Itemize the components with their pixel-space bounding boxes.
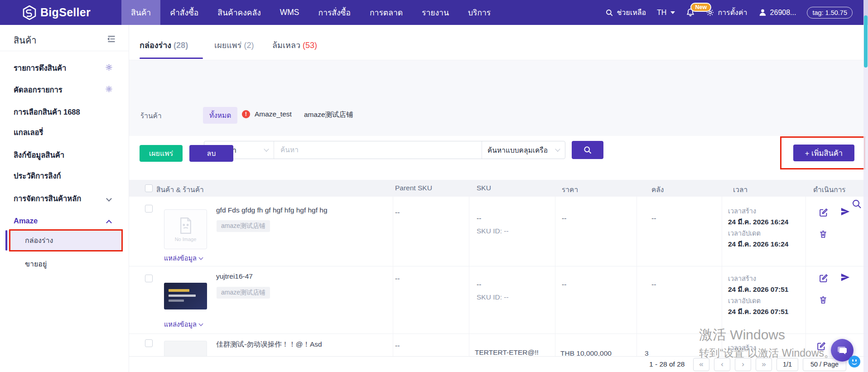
sidebar-item-amaze[interactable]: Amaze [0, 210, 129, 232]
help-label: ช่วยเหลือ [617, 7, 646, 18]
sidebar-item-label: การเลือกสินค้า 1688 [14, 108, 80, 116]
row-checkbox[interactable] [145, 205, 153, 213]
nav-item-marketing[interactable]: การตลาด [360, 0, 412, 25]
edit-icon[interactable] [819, 273, 829, 283]
sidebar-item-label: ประวัติการลิงก์ [14, 172, 61, 180]
sidebar-item-link-history[interactable]: ประวัติการลิงก์ [0, 165, 129, 187]
thumbnail-decoration [169, 300, 184, 302]
pagination-range: 1 - 28 of 28 [649, 360, 685, 368]
nav-item-products[interactable]: สินค้า [121, 0, 160, 25]
bigseller-logo-icon [23, 5, 36, 20]
row-checkbox[interactable] [145, 339, 153, 347]
sidebar-item-1688-selection[interactable]: การเลือกสินค้า 1688 [0, 101, 129, 123]
product-title[interactable]: yujtrei16-47 [216, 272, 253, 280]
nav-item-services[interactable]: บริการ [458, 0, 500, 25]
prev-page-button[interactable]: ‹ [714, 358, 730, 371]
sidebar: สินค้า รายการดึงสินค้า คัดลอกรายการ การเ… [0, 25, 129, 372]
tab-count: (53) [303, 41, 317, 50]
row-checkbox[interactable] [145, 275, 153, 282]
parent-sku-value: -- [395, 342, 400, 350]
sidebar-item-label: คัดลอกรายการ [14, 86, 63, 94]
sidebar-item-copy-list[interactable]: คัดลอกรายการ [0, 79, 129, 101]
page: BigSeller สินค้า คำสั่งซื้อ สินค้าคงคลัง… [0, 0, 868, 372]
col-stock: คลัง [651, 184, 664, 195]
collapse-sidebar-icon[interactable] [107, 35, 116, 43]
send-icon[interactable] [840, 272, 850, 282]
search-button[interactable] [572, 141, 603, 159]
updated-label: เวลาอัปเดต [728, 295, 761, 306]
store-tag: amaze测试店铺 [217, 220, 270, 232]
nav-item-purchase[interactable]: การสั่งซื้อ [309, 0, 360, 25]
chevron-up-icon [106, 220, 112, 226]
brand-logo[interactable]: BigSeller [23, 0, 91, 25]
gear-icon[interactable] [105, 85, 113, 93]
sidebar-subitem-live[interactable]: ขายอยู่ [25, 254, 47, 274]
col-action: ดำเนินการ [813, 184, 846, 195]
search-mode-select[interactable]: ค้นหาแบบคลุมเครือ [482, 141, 565, 159]
stock-value: -- [651, 214, 656, 222]
settings-button[interactable]: การตั้งค่า [706, 7, 747, 18]
feedback-smiley-button[interactable] [849, 356, 860, 367]
tab-published[interactable]: เผยแพร่ (2) [214, 39, 254, 52]
col-price: ราคา [562, 184, 578, 195]
nav-item-orders[interactable]: คำสั่งซื้อ [160, 0, 208, 25]
chevron-down-icon [264, 146, 269, 151]
sidebar-item-label: แกลเลอรี่ [14, 128, 43, 136]
language-selector[interactable]: TH [657, 9, 675, 17]
last-page-button[interactable]: » [756, 358, 772, 371]
price-value: -- [562, 280, 566, 289]
store-filter-amaze-test[interactable]: Amaze_test [255, 110, 292, 118]
sidebar-item-master-products[interactable]: การจัดการสินค้าหลัก [0, 188, 129, 209]
divider [0, 51, 129, 51]
source-data-link[interactable]: แหล่งข้อมูล [164, 253, 203, 263]
nav-item-reports[interactable]: รายงาน [412, 0, 458, 25]
sidebar-item-scrape-list[interactable]: รายการดึงสินค้า [0, 57, 129, 79]
sidebar-subitem-draft-box[interactable]: กล่องร่าง [5, 230, 122, 251]
sidebar-item-gallery[interactable]: แกลเลอรี่ [0, 121, 129, 143]
col-product: สินค้า & ร้านค้า [156, 184, 204, 195]
chevron-down-icon [198, 321, 203, 326]
no-image-label: No Image [175, 237, 197, 242]
top-navbar: BigSeller สินค้า คำสั่งซื้อ สินค้าคงคลัง… [0, 0, 868, 25]
page-scrollbar[interactable] [863, 0, 868, 372]
add-product-button[interactable]: + เพิ่มสินค้า [793, 145, 854, 161]
notifications-button[interactable]: New [686, 8, 695, 17]
scrollbar-thumb[interactable] [864, 15, 868, 68]
table-search-icon[interactable] [851, 198, 862, 209]
first-page-button[interactable]: « [693, 358, 709, 371]
next-page-button[interactable]: › [735, 358, 751, 371]
nav-item-wms[interactable]: WMS [270, 0, 309, 25]
publish-button[interactable]: เผยแพร่ [140, 145, 183, 162]
edit-icon[interactable] [816, 341, 826, 351]
search-input[interactable] [274, 141, 482, 159]
product-title[interactable]: 佳群测试-勿动误操作！！@！Asd [216, 340, 322, 349]
store-filter-amaze-cn[interactable]: amaze测试店铺 [304, 110, 353, 120]
user-account-button[interactable]: 26908... [758, 8, 796, 17]
delete-icon[interactable] [819, 295, 828, 304]
gear-icon[interactable] [105, 63, 113, 71]
price-value: -- [562, 214, 566, 222]
select-all-checkbox[interactable] [145, 184, 153, 192]
nav-item-inventory[interactable]: สินค้าคงคลัง [208, 0, 270, 25]
delete-button[interactable]: ลบ [189, 145, 233, 162]
table-header: สินค้า & ร้านค้า Parent SKU SKU ราคา คลั… [129, 180, 868, 197]
windows-activation-watermark: 激活 Windows 转到“设置”以激活 Windows。 [699, 326, 834, 360]
divider [129, 266, 868, 266]
delete-icon[interactable] [819, 229, 828, 239]
store-filter-all-chip[interactable]: ทั้งหมด [203, 107, 237, 124]
active-indicator [5, 230, 7, 251]
source-data-link[interactable]: แหล่งข้อมูล [164, 319, 203, 329]
sidebar-item-label: รายการดึงสินค้า [14, 64, 66, 72]
sidebar-subitem-label: กล่องร่าง [25, 237, 53, 244]
product-title[interactable]: gfd Fds gfdg fh gf hgf hfg hgf hgf hg [216, 206, 406, 214]
help-button[interactable]: ช่วยเหลือ [605, 7, 646, 18]
sidebar-item-product-link[interactable]: ลิงก์ข้อมูลสินค้า [0, 144, 129, 166]
sku-value: TERTERT-ETER@!! [475, 348, 539, 357]
tab-label: ล้มเหลว [272, 41, 300, 50]
tab-draft-box[interactable]: กล่องร่าง (28) [140, 39, 188, 52]
tab-failed[interactable]: ล้มเหลว (53) [272, 39, 317, 52]
edit-icon[interactable] [819, 208, 829, 217]
main-menu: สินค้า คำสั่งซื้อ สินค้าคงคลัง WMS การสั… [121, 0, 500, 25]
updated-label: เวลาอัปเดต [728, 228, 761, 238]
send-icon[interactable] [840, 207, 850, 217]
